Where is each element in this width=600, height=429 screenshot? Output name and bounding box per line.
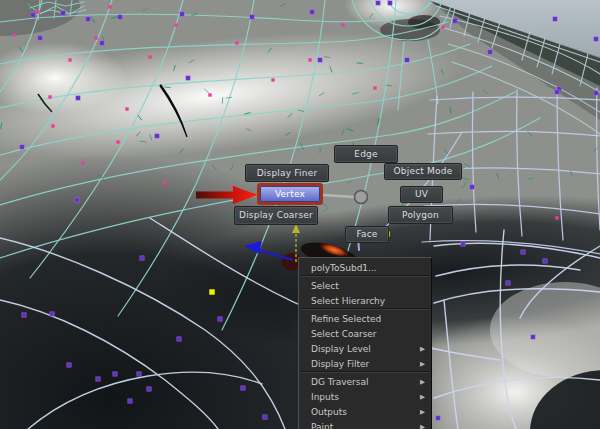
menu-item-label: Display Level xyxy=(311,344,371,354)
submenu-arrow-icon: ▶ xyxy=(420,378,425,386)
marking-menu-item-display-coarser[interactable]: Display Coarser xyxy=(234,206,318,225)
marking-menu-item-uv[interactable]: UV xyxy=(400,186,443,203)
context-menu-item-select[interactable]: Select xyxy=(299,278,431,293)
marking-menu-center[interactable] xyxy=(355,191,368,204)
submenu-arrow-icon: ▶ xyxy=(420,393,425,401)
submenu-arrow-icon: ▶ xyxy=(420,423,425,429)
context-menu-item-display-filter[interactable]: Display Filter▶ xyxy=(299,356,431,371)
menu-item-label: Display Filter xyxy=(311,359,369,369)
context-menu-item-select-coarser[interactable]: Select Coarser xyxy=(299,326,431,341)
context-menu-item-select-hierarchy[interactable]: Select Hierarchy xyxy=(299,293,431,308)
context-menu-item-outputs[interactable]: Outputs▶ xyxy=(299,404,431,419)
marking-menu-item-object-mode[interactable]: Object Mode xyxy=(384,163,462,180)
menu-item-label: DG Traversal xyxy=(311,377,368,387)
marking-menu-item-vertex[interactable]: Vertex xyxy=(257,183,323,205)
marking-menu-item-display-finer[interactable]: Display Finer xyxy=(245,164,329,182)
context-menu-item-display-level[interactable]: Display Level▶ xyxy=(299,341,431,356)
marking-menu-item-face[interactable]: Face xyxy=(345,226,389,243)
submenu-arrow-icon: ▶ xyxy=(420,360,425,368)
menu-separator xyxy=(300,371,430,373)
marking-menu-item-edge[interactable]: Edge xyxy=(334,145,398,163)
submenu-arrow-icon: ▶ xyxy=(420,345,425,353)
context-menu-item-paint[interactable]: Paint▶ xyxy=(299,419,431,429)
context-menu-item-refine-selected[interactable]: Refine Selected xyxy=(299,311,431,326)
context-menu-title: polyToSubd1... xyxy=(299,258,431,275)
menu-item-label: Refine Selected xyxy=(311,314,381,324)
menu-item-label: Paint xyxy=(311,422,333,429)
menu-item-label: Inputs xyxy=(311,392,339,402)
menu-separator xyxy=(300,275,430,277)
context-menu-item-dg-traversal[interactable]: DG Traversal▶ xyxy=(299,374,431,389)
menu-separator xyxy=(300,308,430,310)
menu-item-label: Select Hierarchy xyxy=(311,296,385,306)
marking-menu-item-polygon[interactable]: Polygon xyxy=(388,206,453,224)
context-menu: polyToSubd1... SelectSelect HierarchyRef… xyxy=(298,257,432,429)
submenu-arrow-icon: ▶ xyxy=(420,408,425,416)
menu-item-label: Select Coarser xyxy=(311,329,377,339)
menu-item-label: Outputs xyxy=(311,407,347,417)
context-menu-item-inputs[interactable]: Inputs▶ xyxy=(299,389,431,404)
maya-3d-viewport[interactable]: EdgeDisplay FinerObject ModeVertexUVDisp… xyxy=(0,0,600,429)
menu-item-label: Select xyxy=(311,281,339,291)
marking-menu-item-label: Vertex xyxy=(260,186,320,202)
